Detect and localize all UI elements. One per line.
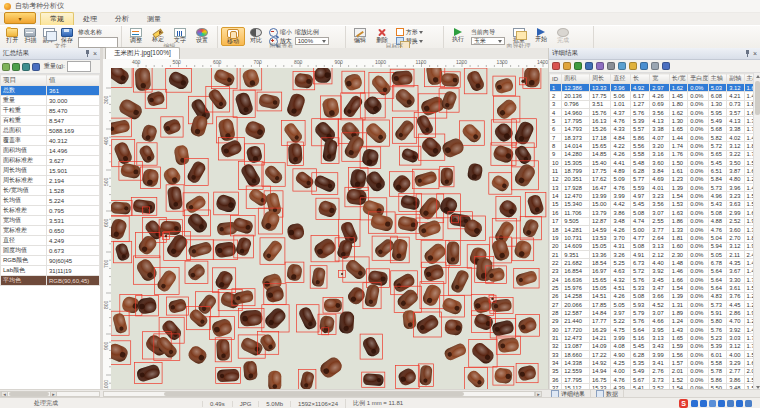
summary-row[interactable]: 总面积5088.169	[1, 126, 100, 136]
details-row[interactable]: 914.28014.854.265.583.161.760.0%5.653.22…	[550, 150, 760, 158]
summary-row[interactable]: 百粒重8.547	[1, 116, 100, 126]
print-icon[interactable]	[607, 62, 615, 70]
batch-button[interactable]: 批量	[508, 27, 530, 44]
summary-row[interactable]: 重量30.000	[1, 96, 100, 106]
details-row[interactable]: 2014.60915.054.315.083.131.600.0%5.943.1…	[550, 242, 760, 250]
refresh-icon[interactable]	[563, 62, 571, 70]
summary-row[interactable]: Lab颜色31|11|19	[1, 266, 100, 276]
target-delete-button[interactable]: 删除	[371, 27, 393, 44]
document-tab[interactable]: 玉米图片.jpg[100%]	[105, 47, 180, 59]
summary-row[interactable]: 长均值5.224	[1, 196, 100, 206]
details-row[interactable]: 219.35113.363.264.912.122.300.0%5.052.11…	[550, 250, 760, 258]
details-scrollbar[interactable]	[753, 73, 760, 391]
details-row[interactable]: 1317.92816.474.765.594.011.390.0%5.733.9…	[550, 184, 760, 192]
details-row[interactable]: 1220.35117.625.095.774.691.230.0%5.844.8…	[550, 175, 760, 183]
details-row[interactable]: 3112.47314.213.995.163.131.650.0%5.233.0…	[550, 334, 760, 342]
details-row[interactable]: 2515.97615.054.515.333.471.540.0%5.643.6…	[550, 284, 760, 292]
summary-row[interactable]: 圆度均值0.673	[1, 246, 100, 256]
details-row[interactable]: 1910.73113.533.704.772.641.810.0%5.042.7…	[550, 234, 760, 242]
details-col-header[interactable]: 直径	[611, 74, 630, 84]
details-row[interactable]: 517.79516.134.765.394.131.300.0%5.494.13…	[550, 117, 760, 125]
details-row[interactable]: 2812.58714.843.975.793.071.890.0%5.912.8…	[550, 309, 760, 317]
details-col-header[interactable]: 长/宽	[669, 74, 687, 84]
details-row[interactable]: 2614.25814.514.265.083.661.390.0%4.833.7…	[550, 292, 760, 300]
details-col-header[interactable]: 长	[630, 74, 649, 84]
details-row[interactable]: 220.13617.755.066.174.261.450.0%6.084.21…	[550, 92, 760, 100]
export-excel-icon[interactable]	[574, 62, 582, 70]
details-row[interactable]: 814.01415.654.225.563.201.740.0%5.723.12…	[550, 142, 760, 150]
details-row[interactable]: 2221.68218.545.256.734.401.480.0%6.784.3…	[550, 259, 760, 267]
summary-row[interactable]: 长标准差0.795	[1, 206, 100, 216]
export-icon[interactable]	[2, 63, 10, 71]
mail-icon[interactable]	[596, 62, 604, 70]
details-row[interactable]: 3617.79516.754.765.673.731.520.0%5.863.8…	[550, 376, 760, 384]
sync-icon[interactable]	[709, 400, 716, 407]
details-row[interactable]: 112.38613.333.964.922.971.620.0%5.033.12…	[550, 84, 760, 92]
grid-icon[interactable]	[745, 400, 752, 407]
monitor-icon[interactable]	[727, 400, 734, 407]
details-col-header[interactable]: 垩白度	[688, 74, 708, 84]
tab-general[interactable]: 常规	[40, 12, 74, 25]
summary-row[interactable]: 周长均值15.901	[1, 166, 100, 176]
summary-row[interactable]: 覆盖率40.312	[1, 136, 100, 146]
search-icon[interactable]	[640, 62, 648, 70]
pen-icon[interactable]	[700, 400, 707, 407]
zoom-out-button[interactable]: 缩小	[269, 28, 292, 36]
summary-row[interactable]: RGB颜色90|60|45	[1, 256, 100, 266]
pin-icon[interactable]	[745, 50, 750, 57]
details-row[interactable]: 3318.66017.224.906.283.991.560.0%6.014.0…	[550, 351, 760, 359]
folder-icon[interactable]	[629, 62, 637, 70]
copy-icon[interactable]	[618, 62, 626, 70]
start-button[interactable]: 开始	[530, 27, 552, 44]
summary-row[interactable]: 面积标准差3.627	[1, 156, 100, 166]
details-row[interactable]: 2416.63615.654.325.763.451.660.0%5.643.3…	[550, 275, 760, 283]
details-row[interactable]: 1515.34015.004.425.453.561.530.0%5.433.6…	[550, 200, 760, 208]
adjust-button[interactable]: 调整	[125, 27, 147, 44]
details-row[interactable]: 1118.79917.754.896.283.841.610.0%6.513.8…	[550, 167, 760, 175]
details-col-header[interactable]: ID	[550, 74, 562, 84]
summary-color-row[interactable]: 平均色RGB(90,60,45)	[1, 276, 100, 286]
details-row[interactable]: 1412.47013.993.994.973.231.540.0%4.963.2…	[550, 192, 760, 200]
details-row[interactable]: 2921.44017.775.225.764.661.240.0%5.804.7…	[550, 317, 760, 325]
scan-button[interactable]: 扫描	[21, 27, 39, 44]
layers-icon[interactable]	[32, 63, 40, 71]
summary-row[interactable]: 总数361	[1, 86, 100, 96]
refresh-icon[interactable]	[12, 63, 20, 71]
weight-input[interactable]	[67, 61, 91, 72]
duplicate-button[interactable]: 副本	[40, 27, 58, 44]
details-row[interactable]: 718.37317.184.845.864.071.440.0%5.824.02…	[550, 134, 760, 142]
download-icon[interactable]	[718, 400, 725, 407]
window-icon[interactable]	[651, 62, 659, 70]
save-list-icon[interactable]	[22, 63, 30, 71]
details-row[interactable]: 2316.85416.974.635.723.921.460.0%5.643.6…	[550, 267, 760, 275]
close-icon[interactable]: ×	[93, 50, 97, 57]
details-row[interactable]: 3213.08714.094.085.453.431.590.0%5.393.1…	[550, 342, 760, 350]
details-row[interactable]: 3512.55914.944.005.492.762.010.0%5.782.7…	[550, 367, 760, 375]
details-col-header[interactable]: 宽	[650, 74, 669, 84]
details-col-header[interactable]: 主轴	[708, 74, 726, 84]
summary-row[interactable]: 面积均值14.496	[1, 146, 100, 156]
chart-icon[interactable]	[662, 62, 670, 70]
details-col-header[interactable]: 副轴	[727, 74, 744, 84]
details-row[interactable]: 414.96015.764.375.763.561.620.0%5.953.57…	[550, 109, 760, 117]
summary-row[interactable]: 宽标准差0.650	[1, 226, 100, 236]
user-icon[interactable]	[736, 400, 743, 407]
summary-col-item[interactable]: 项目	[1, 75, 47, 86]
tab-process[interactable]: 处理	[74, 13, 106, 25]
s-logo[interactable]: S	[679, 399, 688, 408]
details-row[interactable]: 3017.72016.294.755.643.951.430.0%5.763.9…	[550, 325, 760, 333]
summary-row[interactable]: 千粒重85.470	[1, 106, 100, 116]
specimen-canvas[interactable]	[111, 68, 548, 389]
details-col-header[interactable]: 周长	[589, 74, 611, 84]
details-col-header[interactable]: 面积	[562, 74, 590, 84]
summary-row[interactable]: 周长标准差2.194	[1, 176, 100, 186]
text-button[interactable]: 文字	[169, 27, 191, 44]
tab-analyze[interactable]: 分析	[106, 13, 138, 25]
details-row[interactable]: 1814.28114.594.265.003.771.330.0%4.763.6…	[550, 225, 760, 233]
app-menu-button[interactable]: ▾	[4, 12, 36, 24]
square-shape-button[interactable]: 方形	[396, 28, 423, 36]
calibrate-button[interactable]: 标定	[147, 27, 169, 44]
run-button[interactable]: 执行	[447, 27, 469, 44]
save-icon[interactable]	[585, 62, 593, 70]
close-icon[interactable]: ×	[753, 50, 757, 57]
